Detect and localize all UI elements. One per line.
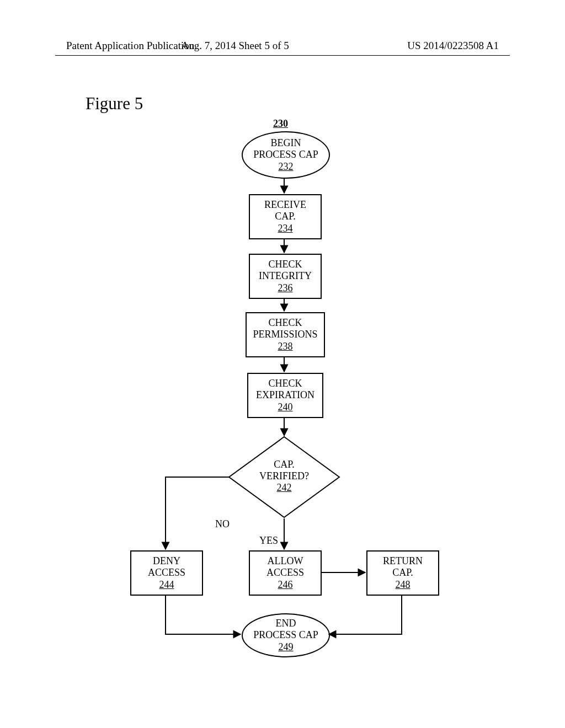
page: Patent Application Publication Aug. 7, 2… xyxy=(0,0,565,728)
arrows xyxy=(0,0,565,728)
